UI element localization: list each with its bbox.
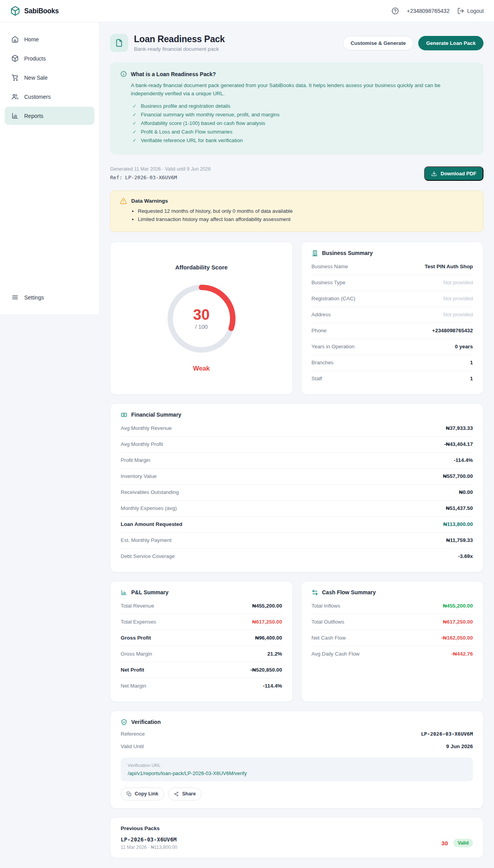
banknote-icon (121, 412, 127, 418)
info-card: What is a Loan Readiness Pack? A bank-re… (110, 62, 483, 155)
sidebar-item-home[interactable]: Home (5, 30, 95, 48)
row-value: ₦617,250.00 (443, 619, 473, 625)
row-label: Staff (312, 376, 322, 381)
sidebar-item-customers[interactable]: Customers (5, 87, 95, 106)
verification-title: Verification (131, 719, 161, 725)
row-value: 1 (470, 360, 473, 365)
summary-row: Valid Until9 Jun 2026 (121, 740, 473, 753)
row-label: Total Revenue (121, 603, 154, 609)
warning-item: Requested 12 months of history, but only… (138, 208, 474, 214)
row-value: -3.69x (458, 553, 473, 559)
row-value: LP-2026-03-X6UV6M (421, 731, 473, 737)
download-icon (431, 171, 437, 176)
row-label: Avg Monthly Profit (121, 441, 163, 447)
row-label: Business Type (312, 280, 346, 285)
cashflow-summary-header: Cash Flow Summary (312, 589, 473, 596)
sidebar-item-products[interactable]: Products (5, 49, 95, 68)
summary-row: Avg Monthly Revenue₦37,933.33 (121, 421, 473, 437)
row-value: ₦113,800.00 (443, 521, 473, 527)
download-pdf-button[interactable]: Download PDF (424, 166, 483, 181)
customise-generate-button[interactable]: Customise & Generate (343, 36, 414, 50)
row-value: ₦455,200.00 (252, 603, 282, 609)
ref-label: Ref: (110, 175, 122, 180)
row-label: Profit Margin (121, 457, 150, 463)
checklist-item: Profit & Loss and Cash Flow summaries (132, 129, 473, 135)
row-value: Not provided (443, 280, 473, 285)
row-label: Total Inflows (312, 603, 341, 609)
warning-item: Limited transaction history may affect l… (138, 216, 474, 222)
share-button[interactable]: Share (168, 788, 202, 800)
cube-logo-icon (10, 6, 20, 16)
help-icon[interactable] (391, 7, 399, 15)
affordability-title: Affordability Score (175, 264, 228, 271)
summary-row: Gross Profit₦96,400.00 (121, 630, 282, 646)
row-value: ₦96,400.00 (255, 635, 282, 641)
row-value: ₦557,700.00 (443, 473, 473, 479)
cashflow-summary-table: Total Inflows₦455,200.00Total Outflows₦6… (312, 598, 473, 662)
summary-row: Profit Margin-114.4% (121, 453, 473, 469)
row-label: Years in Operation (312, 344, 355, 349)
chart-icon (11, 112, 19, 119)
sidebar-item-new-sale[interactable]: New Sale (5, 68, 95, 87)
row-label: Avg Monthly Revenue (121, 425, 172, 431)
row-label: Debt Service Coverage (121, 553, 175, 559)
pack-status-group: 30Valid (441, 839, 473, 847)
row-value: 0 years (455, 344, 473, 349)
cashflow-summary-title: Cash Flow Summary (322, 589, 376, 595)
verification-url[interactable]: /api/v1/reports/loan-pack/LP-2026-03-X6U… (128, 770, 466, 776)
copy-icon (127, 791, 132, 797)
row-label: Gross Margin (121, 651, 152, 657)
summary-row: Monthly Expenses (avg)₦51,437.50 (121, 501, 473, 517)
shield-check-icon (121, 719, 127, 725)
summary-row: Avg Monthly Profit-₦43,404.17 (121, 437, 473, 453)
verification-url-box: Verification URL /api/v1/reports/loan-pa… (121, 757, 473, 781)
main-content: Loan Readiness Pack Bank-ready financial… (100, 22, 494, 868)
row-label: Avg Daily Cash Flow (312, 651, 360, 657)
pl-summary-table: Total Revenue₦455,200.00Total Expenses₦6… (121, 598, 282, 694)
row-label: Total Outflows (312, 619, 344, 625)
previous-packs-card: Previous Packs LP-2026-03-X6UV6M11 Mar 2… (110, 817, 483, 858)
row-label: Est. Monthly Payment (121, 537, 171, 543)
summary-row: Net Cash Flow-₦162,050.00 (312, 630, 473, 646)
generate-loan-pack-button[interactable]: Generate Loan Pack (418, 36, 483, 50)
copy-link-button[interactable]: Copy Link (121, 788, 164, 800)
sidebar-item-label: New Sale (24, 75, 48, 81)
summary-row: AddressNot provided (312, 307, 473, 323)
summary-row: Debt Service Coverage-3.69x (121, 549, 473, 564)
info-checklist: Business profile and registration detail… (132, 103, 473, 143)
summary-row: Receivables Outstanding₦0.00 (121, 485, 473, 501)
warnings-header: Data Warnings (120, 198, 474, 205)
row-label: Gross Profit (121, 635, 151, 641)
row-label: Total Expenses (121, 619, 156, 625)
pack-info: LP-2026-03-X6UV6M11 Mar 2026 · ₦113,800.… (121, 836, 177, 850)
info-icon (120, 71, 127, 77)
row-value: -114.4% (454, 457, 473, 463)
brand: SabiBooks (10, 6, 59, 16)
page-titles: Loan Readiness Pack Bank-ready financial… (134, 34, 225, 52)
box-icon (11, 55, 19, 62)
page-title: Loan Readiness Pack (134, 34, 225, 45)
row-value: -114.4% (263, 683, 282, 689)
sidebar-item-reports[interactable]: Reports (5, 107, 95, 125)
info-description: A bank-ready financial document pack gen… (131, 81, 473, 98)
pack-meta: 11 Mar 2026 · ₦113,800.00 (121, 845, 177, 850)
row-value: -₦442.76 (451, 651, 473, 657)
business-summary-card: Business Summary Business NameTest PIN A… (301, 242, 484, 395)
summary-row: Gross Margin21.2% (121, 646, 282, 662)
pl-summary-card: P&L Summary Total Revenue₦455,200.00Tota… (110, 581, 293, 702)
cashflow-summary-card: Cash Flow Summary Total Inflows₦455,200.… (301, 581, 484, 702)
bar-chart-icon (121, 589, 127, 596)
row-value: Not provided (443, 296, 473, 301)
logout-button[interactable]: Logout (457, 7, 484, 14)
pack-meta-row: Generated 11 Mar 2026 · Valid until 9 Ju… (110, 166, 483, 181)
warnings-list: Requested 12 months of history, but only… (138, 208, 474, 222)
row-label: Net Cash Flow (312, 635, 346, 641)
sidebar-item-settings[interactable]: Settings (5, 288, 95, 307)
business-summary-header: Business Summary (312, 250, 473, 257)
previous-pack-row[interactable]: LP-2026-03-X6UV6M11 Mar 2026 · ₦113,800.… (121, 836, 473, 850)
sidebar-item-label: Reports (24, 113, 43, 119)
verification-header: Verification (121, 719, 473, 725)
page-header: Loan Readiness Pack Bank-ready financial… (110, 34, 483, 52)
pack-reference: LP-2026-03-X6UV6M (121, 836, 177, 843)
generated-line: Generated 11 Mar 2026 · Valid until 9 Ju… (110, 166, 210, 172)
